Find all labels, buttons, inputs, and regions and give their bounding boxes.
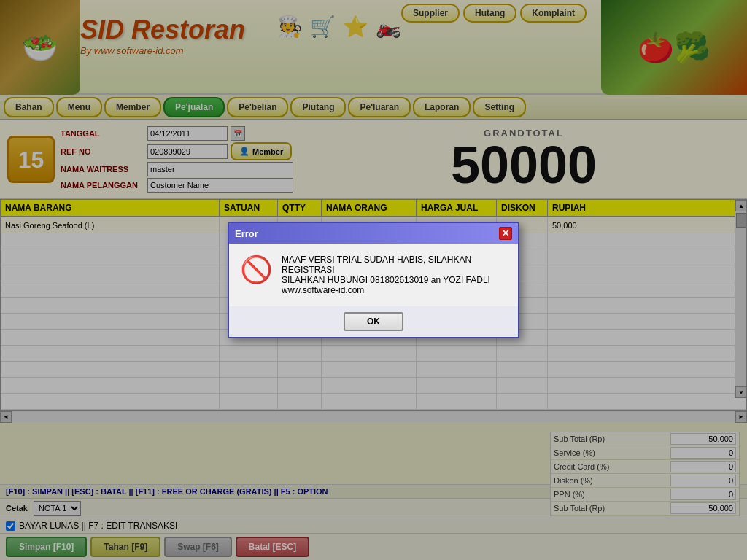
dialog-title-bar: Error ✕ — [229, 223, 518, 244]
dialog-footer: OK — [229, 306, 518, 337]
dialog-title-text: Error — [235, 228, 258, 239]
dialog-message: MAAF VERSI TRIAL SUDAH HABIS, SILAHKAN R… — [282, 254, 507, 295]
error-icon: 🚫 — [240, 254, 273, 285]
dialog-body: 🚫 MAAF VERSI TRIAL SUDAH HABIS, SILAHKAN… — [229, 244, 518, 306]
dialog-message-line3: www.software-id.com — [282, 285, 507, 295]
dialog-message-line1: MAAF VERSI TRIAL SUDAH HABIS, SILAHKAN R… — [282, 254, 507, 275]
dialog-message-line2: SILAHKAN HUBUNGI 081802613019 an YOZI FA… — [282, 275, 507, 285]
dialog-close-button[interactable]: ✕ — [499, 227, 512, 240]
ok-button[interactable]: OK — [344, 312, 403, 331]
error-dialog: Error ✕ 🚫 MAAF VERSI TRIAL SUDAH HABIS, … — [228, 222, 519, 338]
dialog-overlay: Error ✕ 🚫 MAAF VERSI TRIAL SUDAH HABIS, … — [0, 0, 747, 560]
